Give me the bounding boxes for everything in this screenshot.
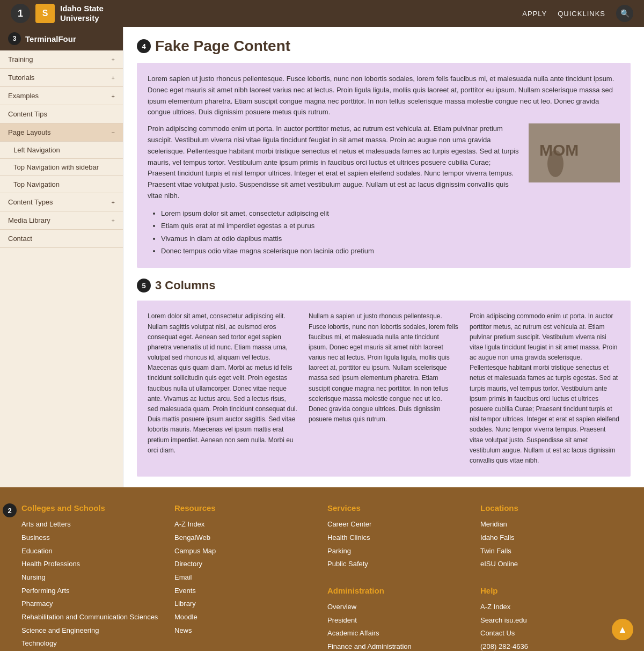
- footer-link[interactable]: Pharmacy: [21, 597, 164, 611]
- sidebar: 3 TerminalFour Training + Tutorials + Ex…: [0, 27, 123, 487]
- content-inner: Proin adipiscing commodo enim ut porta. …: [148, 123, 620, 207]
- footer-link[interactable]: eISU Online: [480, 558, 623, 571]
- search-button[interactable]: 🔍: [616, 5, 633, 22]
- colleges-title: Colleges and Schools: [21, 503, 164, 513]
- three-col-title: 5 3 Columns: [137, 279, 631, 292]
- expand-icon: +: [112, 56, 115, 63]
- services-title: Services: [327, 503, 470, 513]
- footer-link[interactable]: Campus Map: [174, 545, 317, 558]
- step-4-badge: 4: [137, 39, 151, 53]
- site-header: 1 S Idaho State University APPLY QUICKLI…: [0, 0, 644, 27]
- step-3-badge: 3: [8, 32, 21, 45]
- resources-title: Resources: [174, 503, 317, 513]
- sidebar-item-page-layouts[interactable]: Page Layouts −: [0, 123, 123, 142]
- footer-col-resources: Resources A-Z Index BengalWeb Campus Map…: [174, 503, 317, 651]
- footer-top: 2 Colleges and Schools Arts and Letters …: [21, 503, 623, 651]
- sidebar-item-media-library[interactable]: Media Library +: [0, 211, 123, 230]
- main-container: 3 TerminalFour Training + Tutorials + Ex…: [0, 27, 644, 487]
- sidebar-item-contact[interactable]: Contact: [0, 230, 123, 248]
- main-content-block: Lorem sapien ut justo rhoncus pellentesq…: [137, 63, 631, 268]
- footer-link[interactable]: Email: [174, 571, 317, 584]
- footer-link[interactable]: Career Center: [327, 518, 470, 531]
- footer-link[interactable]: Overview: [327, 601, 470, 614]
- footer-link[interactable]: Search isu.edu: [480, 614, 623, 627]
- footer-link[interactable]: Directory: [174, 558, 317, 571]
- svg-point-2: [547, 150, 564, 177]
- three-col-grid: Lorem dolor sit amet, consectetur adipis…: [148, 311, 620, 466]
- footer-link-finance[interactable]: Finance and Administration: [327, 640, 470, 651]
- university-name: Idaho State University: [60, 4, 104, 23]
- footer-link[interactable]: Science and Engineering: [21, 624, 164, 638]
- sidebar-subitem-top-nav[interactable]: Top Navigation: [0, 176, 123, 193]
- footer-link[interactable]: Meridian: [480, 518, 623, 531]
- footer-link[interactable]: Technology: [21, 637, 164, 650]
- step-1-badge: 1: [11, 4, 30, 23]
- footer-link[interactable]: Nursing: [21, 571, 164, 584]
- quicklinks-link[interactable]: QUICKLINKS: [558, 10, 605, 18]
- footer-link[interactable]: Twin Falls: [480, 545, 623, 558]
- page-title: 4 Fake Page Content: [137, 38, 631, 55]
- list-item: Vivamus in diam at odio dapibus mattis: [161, 232, 620, 245]
- footer-link[interactable]: Arts and Letters: [21, 518, 164, 531]
- list-item: Donec tempus odio vitae magna scelerisqu…: [161, 245, 620, 257]
- sidebar-subitem-left-nav[interactable]: Left Navigation: [0, 142, 123, 159]
- step-5-badge: 5: [137, 279, 151, 292]
- footer-link[interactable]: Health Clinics: [327, 531, 470, 545]
- sidebar-subitem-top-nav-sidebar[interactable]: Top Navigation with sidebar: [0, 159, 123, 176]
- expand-icon: +: [112, 93, 115, 99]
- three-col-block: Lorem dolor sit amet, consectetur adipis…: [137, 301, 631, 477]
- bullet-list: Lorem ipsum dolor sit amet, consectetur …: [148, 207, 620, 258]
- admin-title: Administration: [327, 586, 470, 595]
- sidebar-item-training[interactable]: Training +: [0, 50, 123, 69]
- footer-link[interactable]: Moodle: [174, 611, 317, 624]
- sidebar-item-examples[interactable]: Examples +: [0, 87, 123, 105]
- footer-link[interactable]: Rehabilitation and Communication Science…: [21, 611, 164, 624]
- intro-paragraph: Lorem sapien ut justo rhoncus pellentesq…: [148, 74, 620, 118]
- expand-icon: +: [112, 199, 115, 206]
- footer-link[interactable]: Performing Arts: [21, 584, 164, 598]
- footer-link[interactable]: Health Professions: [21, 558, 164, 571]
- footer-col-locations: Locations Meridian Idaho Falls Twin Fall…: [480, 503, 623, 651]
- col-2-text: Nullam a sapien ut justo rhoncus pellent…: [309, 311, 459, 466]
- apply-link[interactable]: APPLY: [522, 10, 547, 18]
- list-item: Lorem ipsum dolor sit amet, consectetur …: [161, 207, 620, 220]
- footer-link-news[interactable]: News: [174, 624, 317, 638]
- footer-link[interactable]: A-Z Index: [174, 518, 317, 531]
- content-area: 4 Fake Page Content Lorem sapien ut just…: [123, 27, 644, 487]
- footer-link-phone[interactable]: (208) 282-4636: [480, 640, 623, 651]
- sidebar-header: 3 TerminalFour: [0, 27, 123, 50]
- footer-link[interactable]: Academic Affairs: [327, 627, 470, 640]
- sidebar-item-content-tips[interactable]: Content Tips: [0, 105, 123, 123]
- help-title: Help: [480, 586, 623, 595]
- footer-link[interactable]: A-Z Index: [480, 601, 623, 614]
- list-item: Etiam quis erat at mi imperdiet egestas …: [161, 220, 620, 232]
- footer-link[interactable]: BengalWeb: [174, 531, 317, 545]
- footer-link[interactable]: Events: [174, 584, 317, 598]
- header-nav: APPLY QUICKLINKS 🔍: [522, 5, 633, 22]
- col-1-text: Lorem dolor sit amet, consectetur adipis…: [148, 311, 298, 466]
- header-logo: 1 S Idaho State University: [11, 4, 104, 23]
- content-image: MOM: [529, 123, 620, 182]
- sidebar-title: TerminalFour: [25, 34, 76, 43]
- sidebar-item-tutorials[interactable]: Tutorials +: [0, 69, 123, 87]
- sidebar-item-content-types[interactable]: Content Types +: [0, 193, 123, 211]
- footer-col-colleges: 2 Colleges and Schools Arts and Letters …: [21, 503, 164, 651]
- expand-icon: −: [112, 129, 115, 136]
- footer-link-contact[interactable]: Contact Us: [480, 627, 623, 640]
- col-3-text: Proin adipiscing commodo enim ut porta. …: [470, 311, 620, 466]
- footer-link[interactable]: Public Safety: [327, 558, 470, 571]
- footer-col-services: Services Career Center Health Clinics Pa…: [327, 503, 470, 651]
- expand-icon: +: [112, 75, 115, 81]
- site-footer: 2 Colleges and Schools Arts and Letters …: [0, 487, 644, 651]
- locations-title: Locations: [480, 503, 623, 513]
- footer-link[interactable]: Business: [21, 531, 164, 545]
- footer-link[interactable]: Idaho Falls: [480, 531, 623, 545]
- isu-logo-icon: S: [35, 4, 55, 23]
- second-paragraph: Proin adipiscing commodo enim ut porta. …: [148, 123, 521, 202]
- expand-icon: +: [112, 217, 115, 224]
- footer-link[interactable]: Education: [21, 545, 164, 558]
- footer-link[interactable]: Parking: [327, 545, 470, 558]
- footer-link[interactable]: Library: [174, 597, 317, 611]
- scroll-to-top-button[interactable]: ▲: [612, 619, 633, 640]
- footer-link[interactable]: President: [327, 614, 470, 627]
